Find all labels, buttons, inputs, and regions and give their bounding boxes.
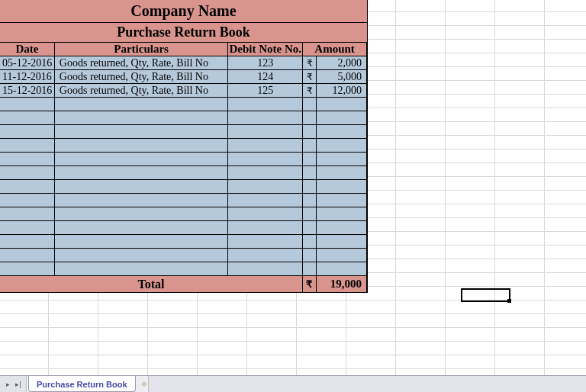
col-date: Date — [0, 43, 55, 56]
table-row — [0, 221, 367, 235]
cell-date[interactable] — [0, 235, 55, 249]
total-row: Total ₹ 19,000 — [0, 276, 367, 293]
cell-particulars[interactable] — [55, 180, 229, 194]
cell-particulars[interactable]: Goods returned, Qty, Rate, Bill No — [55, 84, 229, 98]
cell-debit-note[interactable] — [228, 262, 303, 276]
col-particulars: Particulars — [55, 43, 229, 56]
book-title: Purchase Return Book — [0, 23, 367, 43]
cell-date[interactable] — [0, 262, 55, 276]
table-row — [0, 249, 367, 262]
table-row — [0, 194, 367, 207]
cell-debit-note[interactable]: 124 — [228, 70, 303, 84]
cell-currency[interactable]: ₹ — [303, 56, 317, 70]
cell-currency[interactable]: ₹ — [303, 84, 317, 98]
cell-date[interactable] — [0, 249, 55, 262]
col-debit-note: Debit Note No. — [228, 43, 303, 56]
cell-date[interactable]: 11-12-2016 — [0, 70, 55, 84]
cell-date[interactable] — [0, 221, 55, 235]
cell-currency[interactable] — [303, 207, 317, 221]
cell-amount[interactable] — [317, 139, 367, 153]
cell-particulars[interactable] — [55, 125, 229, 139]
new-sheet-icon[interactable]: ✧ — [140, 376, 148, 392]
cell-date[interactable] — [0, 153, 55, 166]
cell-currency[interactable] — [303, 166, 317, 180]
cell-date[interactable] — [0, 139, 55, 153]
cell-amount[interactable] — [317, 125, 367, 139]
cell-particulars[interactable] — [55, 194, 229, 207]
cell-amount[interactable] — [317, 180, 367, 194]
cell-debit-note[interactable] — [228, 166, 303, 180]
cell-debit-note[interactable] — [228, 111, 303, 125]
cell-amount[interactable] — [317, 98, 367, 111]
cell-particulars[interactable] — [55, 139, 229, 153]
cell-debit-note[interactable] — [228, 207, 303, 221]
cell-amount[interactable] — [317, 221, 367, 235]
cell-currency[interactable]: ₹ — [303, 70, 317, 84]
cell-debit-note[interactable] — [228, 153, 303, 166]
cell-currency[interactable] — [303, 111, 317, 125]
cell-date[interactable]: 15-12-2016 — [0, 84, 55, 98]
cell-date[interactable] — [0, 111, 55, 125]
cell-date[interactable] — [0, 166, 55, 180]
cell-particulars[interactable] — [55, 262, 229, 276]
cell-currency[interactable] — [303, 153, 317, 166]
cell-amount[interactable] — [317, 249, 367, 262]
cell-currency[interactable] — [303, 235, 317, 249]
table-row — [0, 235, 367, 249]
table-row — [0, 166, 367, 180]
cell-amount[interactable] — [317, 153, 367, 166]
table-row — [0, 125, 367, 139]
cell-date[interactable]: 05-12-2016 — [0, 56, 55, 70]
cell-debit-note[interactable] — [228, 249, 303, 262]
cell-amount[interactable] — [317, 111, 367, 125]
cell-particulars[interactable] — [55, 207, 229, 221]
total-currency: ₹ — [303, 276, 317, 293]
cell-particulars[interactable] — [55, 111, 229, 125]
cell-debit-note[interactable] — [228, 221, 303, 235]
nav-last-icon[interactable]: ▸| — [14, 379, 23, 390]
cell-debit-note[interactable]: 123 — [228, 56, 303, 70]
cell-debit-note[interactable] — [228, 235, 303, 249]
cell-date[interactable] — [0, 125, 55, 139]
cell-date[interactable] — [0, 194, 55, 207]
cell-date[interactable] — [0, 180, 55, 194]
cell-currency[interactable] — [303, 249, 317, 262]
cell-particulars[interactable] — [55, 98, 229, 111]
active-cell-cursor[interactable] — [461, 288, 510, 302]
cell-amount[interactable]: 2,000 — [317, 56, 367, 70]
cell-amount[interactable] — [317, 194, 367, 207]
cell-debit-note[interactable] — [228, 194, 303, 207]
cell-currency[interactable] — [303, 125, 317, 139]
cell-currency[interactable] — [303, 194, 317, 207]
cell-particulars[interactable] — [55, 166, 229, 180]
cell-currency[interactable] — [303, 262, 317, 276]
sheet-tab-active[interactable]: Purchase Return Book — [28, 376, 136, 392]
cell-particulars[interactable]: Goods returned, Qty, Rate, Bill No — [55, 70, 229, 84]
cell-amount[interactable]: 12,000 — [317, 84, 367, 98]
cell-amount[interactable] — [317, 166, 367, 180]
cell-amount[interactable]: 5,000 — [317, 70, 367, 84]
cell-currency[interactable] — [303, 221, 317, 235]
cell-particulars[interactable] — [55, 249, 229, 262]
cell-particulars[interactable] — [55, 221, 229, 235]
table-row: 15-12-2016Goods returned, Qty, Rate, Bil… — [0, 84, 367, 98]
nav-first-icon[interactable]: ▸ — [3, 379, 12, 390]
cell-debit-note[interactable] — [228, 139, 303, 153]
tabbar-spacer — [148, 376, 586, 392]
cell-debit-note[interactable] — [228, 180, 303, 194]
cell-currency[interactable] — [303, 139, 317, 153]
cell-debit-note[interactable]: 125 — [228, 84, 303, 98]
cell-particulars[interactable]: Goods returned, Qty, Rate, Bill No — [55, 56, 229, 70]
cell-date[interactable] — [0, 207, 55, 221]
cell-debit-note[interactable] — [228, 98, 303, 111]
cell-particulars[interactable] — [55, 153, 229, 166]
cell-currency[interactable] — [303, 98, 317, 111]
cell-debit-note[interactable] — [228, 125, 303, 139]
cell-amount[interactable] — [317, 235, 367, 249]
cell-date[interactable] — [0, 98, 55, 111]
cell-currency[interactable] — [303, 180, 317, 194]
table-row: 05-12-2016Goods returned, Qty, Rate, Bil… — [0, 56, 367, 70]
cell-amount[interactable] — [317, 262, 367, 276]
cell-particulars[interactable] — [55, 235, 229, 249]
cell-amount[interactable] — [317, 207, 367, 221]
